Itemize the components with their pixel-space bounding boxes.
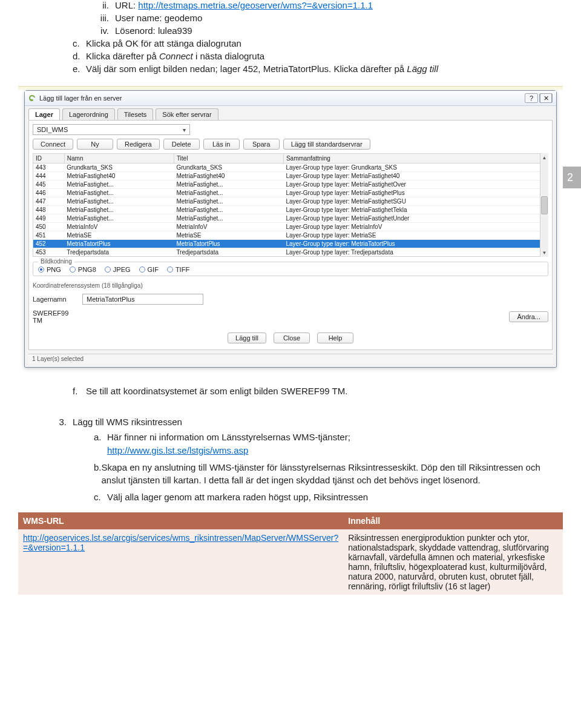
item-text: Klicka därefter på Connect i nästa dialo… [86,51,264,61]
table-cell: MetriaFastighet... [174,180,283,189]
table-row[interactable]: 445MetriaFastighet...MetriaFastighet...L… [33,180,548,189]
table-row[interactable]: 452MetriaTatortPlusMetriaTatortPlusLayer… [33,240,548,248]
section-3-letters: a. Här finner ni information om Länsstyr… [18,431,563,504]
encoding-radio-gif[interactable]: GIF [139,266,159,273]
riksintressen-description: Riksintressen energiproduktion punkter o… [343,529,563,595]
tab-lagerordning[interactable]: Lagerordning [62,108,115,120]
info-head-url: WMS-URL [18,512,343,529]
layername-label: Lagernamn [33,296,75,303]
d-prefix: Klicka därefter på [86,51,159,61]
tab-lager[interactable]: Lager [28,108,60,120]
lägg-till-button[interactable]: Lägg till [228,333,266,343]
encoding-radio-jpeg[interactable]: JPEG [105,266,131,273]
spara-button[interactable]: Spara [243,139,280,150]
tab-tilesets[interactable]: Tilesets [117,108,154,120]
table-row[interactable]: 447MetriaFastighet...MetriaFastighet...L… [33,197,548,206]
encoding-radio-png8[interactable]: PNG8 [70,266,96,273]
item-text: Lösenord: lulea939 [115,25,192,36]
table-row[interactable]: 448MetriaFastighet...MetriaFastighet...L… [33,206,548,214]
table-cell: Layer-Group type layer: Tredjepartsdata [283,248,548,257]
radio-label: PNG8 [78,266,96,273]
table-row[interactable]: 449MetriaFastighet...MetriaFastighet...L… [33,214,548,223]
tab-sök-efter-servrar[interactable]: Sök efter servrar [156,108,218,120]
scroll-thumb[interactable] [541,196,548,214]
item-mark: a. [94,431,107,457]
table-cell: 444 [33,172,65,180]
a-line1: Här finner ni information om Länsstyrels… [107,432,350,442]
riksintressen-wms-link[interactable]: http://geoservices.lst.se/arcgis/service… [23,533,338,552]
table-cell: MetriaInfoV [64,223,174,231]
roman-list: ii. URL: http://testmaps.metria.se/geose… [18,0,563,36]
dialog-tabs: LagerLagerordningTilesetsSök efter servr… [25,106,556,120]
table-cell: MetriaFastighet40 [174,172,283,180]
table-cell: MetriaFastighet40 [64,172,174,180]
dialog-screenshot: Lägg till lager från en server ? ✕ Lager… [18,86,563,368]
help-button[interactable]: ? [525,93,538,103]
change-crs-button[interactable]: Ändra... [509,311,548,322]
table-cell: Layer-Group type layer: MetriaInfoV [283,223,548,231]
item-text: Skapa en ny anslutning till WMS-tjänster… [102,461,563,488]
table-cell: Layer-Group type layer: MetriaFastighetT… [283,206,548,214]
redigera-button[interactable]: Redigera [117,139,160,150]
crs-value: SWEREF99 TM [33,309,75,324]
table-cell: Layer-Group type layer: Grundkarta_SKS [283,164,548,172]
server-select[interactable]: SDI_WMS ▾ [33,124,190,135]
encoding-legend: Bildkodning [38,258,74,265]
vertical-scrollbar[interactable]: ▲ ▼ [540,153,548,257]
url-prefix: URL: [115,0,138,10]
encoding-radio-png[interactable]: PNG [38,266,61,273]
crs-count-label: Koordinatreferenssystem (18 tillgångliga… [33,282,548,289]
column-header[interactable]: Namn [64,154,174,164]
d-italic: Connect [159,51,193,61]
table-cell: MetriaInfoV [174,223,283,231]
table-row[interactable]: 450MetriaInfoVMetriaInfoVLayer-Group typ… [33,223,548,231]
column-header[interactable]: Titel [174,154,283,164]
table-cell: MetriaFastighet... [64,214,174,223]
table-cell: 453 [33,248,65,257]
table-cell: 447 [33,197,65,206]
column-header[interactable]: Sammanfattning [283,154,548,164]
item-mark: e. [73,64,86,74]
wms-info-table: WMS-URL Innehåll http://geoservices.lst.… [18,512,563,595]
layername-input[interactable]: MetriaTatortPlus [82,294,203,305]
table-row[interactable]: 453TredjepartsdataTredjepartsdataLayer-G… [33,248,548,257]
chevron-down-icon: ▾ [183,127,186,133]
lst-info-link[interactable]: http://www.gis.lst.se/lstgis/wms.asp [107,445,248,455]
close-button[interactable]: Close [274,333,310,343]
column-header[interactable]: ID [33,154,65,164]
table-row[interactable]: 446MetriaFastighet...MetriaFastighet...L… [33,189,548,197]
läs-in-button[interactable]: Läs in [203,139,240,150]
table-row[interactable]: 451MetriaSEMetriaSELayer-Group type laye… [33,231,548,240]
item-mark: c. [94,491,107,504]
layer-table-wrap: IDNamnTitelSammanfattning 443Grundkarta_… [33,153,548,257]
window-title: Lägg till lager från en server [39,94,525,102]
lägg-till-standardservrar-button[interactable]: Lägg till standardservrar [283,139,370,150]
table-cell: MetriaFastighet... [174,206,283,214]
table-cell: MetriaFastighet... [64,189,174,197]
close-button[interactable]: ✕ [539,93,553,103]
item-text: Klicka på OK för att stänga dialogrutan [86,38,241,48]
delete-button[interactable]: Delete [163,139,200,150]
layer-table[interactable]: IDNamnTitelSammanfattning 443Grundkarta_… [33,153,548,257]
table-cell: Layer-Group type layer: MetriaFastighetS… [283,197,548,206]
item-mark: b. [94,461,102,488]
ny-button[interactable]: Ny [77,139,113,150]
table-cell: 443 [33,164,65,172]
item-mark: ii. [91,0,109,10]
table-cell: Layer-Group type layer: MetriaSE [283,231,548,240]
table-cell: MetriaFastighet... [174,189,283,197]
connect-button[interactable]: Connect [33,139,73,150]
item-mark: iv. [91,25,109,36]
table-cell: Layer-Group type layer: MetriaFastighet4… [283,172,548,180]
table-row[interactable]: 443Grundkarta_SKSGrundkarta_SKSLayer-Gro… [33,164,548,172]
help-button[interactable]: Help [317,333,353,343]
table-cell: 446 [33,189,65,197]
table-cell: MetriaTatortPlus [174,240,283,248]
wms-url-link[interactable]: http://testmaps.metria.se/geoserver/wms?… [138,0,373,10]
table-cell: Grundkarta_SKS [174,164,283,172]
table-cell: 449 [33,214,65,223]
item-mark: c. [73,38,86,48]
table-row[interactable]: 444MetriaFastighet40MetriaFastighet40Lay… [33,172,548,180]
d-suffix: i nästa dialogruta [193,51,264,61]
encoding-radio-tiff[interactable]: TIFF [167,266,189,273]
